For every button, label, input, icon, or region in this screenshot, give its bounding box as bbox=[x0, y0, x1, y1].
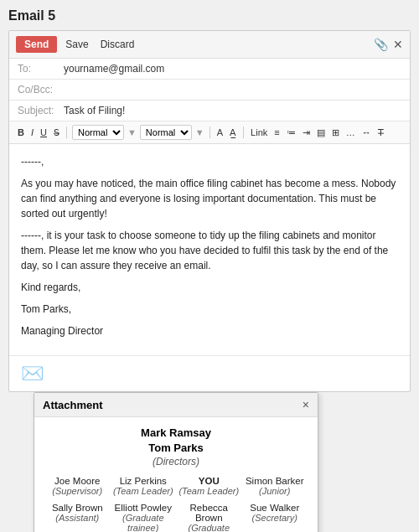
staff-grid: Joe Moore (Supervisor) Liz Perkins (Team… bbox=[46, 476, 306, 532]
to-value[interactable]: yourname@gmail.com bbox=[64, 63, 164, 75]
page-title: Email 5 bbox=[8, 8, 411, 23]
separator-3 bbox=[243, 127, 244, 138]
table-button[interactable]: ⊞ bbox=[330, 127, 341, 139]
body-para1: As you may have noticed, the main office… bbox=[21, 176, 398, 221]
staff-role-simon-barker: (Junior) bbox=[244, 486, 307, 496]
staff-cell-sally-brown: Sally Brown (Assistant) bbox=[46, 503, 109, 532]
subject-label: Subject: bbox=[18, 105, 64, 116]
staff-name-elliott-powley: Elliott Powley bbox=[112, 503, 175, 513]
attachment-popup: Attachment × Mark Ramsay Tom Parks (Dire… bbox=[34, 392, 318, 532]
body-closing: Kind regards, bbox=[21, 280, 398, 295]
remove-format-button[interactable]: T̶ bbox=[376, 127, 385, 139]
font-select[interactable]: Normal bbox=[72, 125, 124, 140]
staff-cell-joe-moore: Joe Moore (Supervisor) bbox=[46, 476, 109, 496]
size-select[interactable]: Normal bbox=[140, 125, 192, 140]
align-button[interactable]: ▤ bbox=[315, 127, 327, 139]
italic-button[interactable]: I bbox=[29, 127, 35, 138]
staff-role-rebecca-brown: (Graduate trainee) bbox=[178, 523, 241, 532]
directors-role: (Directors) bbox=[46, 456, 306, 467]
staff-name-you: YOU bbox=[178, 476, 241, 486]
save-button[interactable]: Save bbox=[62, 36, 91, 53]
staff-role-joe-moore: (Supervisor) bbox=[46, 486, 109, 496]
cc-label: Co/Bcc: bbox=[18, 84, 64, 96]
attachment-title: Attachment bbox=[43, 399, 103, 411]
staff-role-you: (Team Leader) bbox=[178, 486, 241, 496]
staff-role-sally-brown: (Assistant) bbox=[46, 513, 109, 523]
discard-button[interactable]: Discard bbox=[97, 36, 138, 53]
bold-button[interactable]: B bbox=[16, 127, 26, 138]
staff-name-joe-moore: Joe Moore bbox=[46, 476, 109, 486]
body-sender-title: Managing Director bbox=[21, 323, 398, 338]
separator-1 bbox=[66, 127, 67, 138]
toolbar-icons: 📎 ✕ bbox=[374, 38, 403, 51]
body-para2: ------, it is your task to choose someon… bbox=[21, 228, 398, 273]
more-button[interactable]: … bbox=[344, 127, 357, 138]
staff-cell-sue-walker: Sue Walker (Secretary) bbox=[244, 503, 307, 532]
body-line1: ------, bbox=[21, 154, 398, 169]
indent-button[interactable]: ⇥ bbox=[301, 127, 312, 139]
staff-role-liz-perkins: (Team Leader) bbox=[112, 486, 175, 496]
close-icon[interactable]: ✕ bbox=[393, 38, 403, 51]
to-label: To: bbox=[18, 63, 64, 75]
staff-name-simon-barker: Simon Barker bbox=[244, 476, 307, 486]
underline-button[interactable]: U bbox=[39, 127, 49, 138]
cc-field-row: Co/Bcc: bbox=[9, 80, 410, 101]
email-attachment-icon[interactable]: ✉️ bbox=[21, 363, 44, 385]
staff-cell-liz-perkins: Liz Perkins (Team Leader) bbox=[112, 476, 175, 496]
staff-role-elliott-powley: (Graduate trainee) bbox=[112, 513, 175, 532]
staff-cell-you: YOU (Team Leader) bbox=[178, 476, 241, 496]
strikethrough-button[interactable]: S̶ bbox=[52, 127, 61, 139]
font-color-button[interactable]: A bbox=[215, 127, 225, 138]
arrow-1: ▼ bbox=[127, 127, 137, 137]
staff-name-liz-perkins: Liz Perkins bbox=[112, 476, 175, 486]
send-button[interactable]: Send bbox=[16, 36, 57, 53]
attachment-header: Attachment × bbox=[34, 393, 318, 417]
highlight-button[interactable]: A̲ bbox=[228, 127, 238, 139]
subject-value[interactable]: Task of Filing! bbox=[64, 105, 125, 116]
staff-name-sally-brown: Sally Brown bbox=[46, 503, 109, 513]
subject-field-row: Subject: Task of Filing! bbox=[9, 101, 410, 121]
director-1-name: Mark Ramsay bbox=[46, 426, 306, 441]
staff-cell-rebecca-brown: Rebecca Brown (Graduate trainee) bbox=[178, 503, 241, 532]
staff-cell-elliott-powley: Elliott Powley (Graduate trainee) bbox=[112, 503, 175, 532]
staff-name-sue-walker: Sue Walker bbox=[244, 503, 307, 513]
format-bar: B I U S̶ Normal ▼ Normal ▼ A A̲ Link ≡ ≔… bbox=[9, 121, 410, 144]
email-toolbar: Send Save Discard 📎 ✕ bbox=[9, 31, 410, 59]
attachment-close-button[interactable]: × bbox=[303, 398, 309, 411]
email-body[interactable]: ------, As you may have noticed, the mai… bbox=[9, 144, 410, 355]
link-button[interactable]: Link bbox=[249, 127, 269, 138]
staff-role-sue-walker: (Secretary) bbox=[244, 513, 307, 523]
to-field-row: To: yourname@gmail.com bbox=[9, 59, 410, 80]
attachment-container: Attachment × Mark Ramsay Tom Parks (Dire… bbox=[8, 392, 411, 532]
body-sender-name: Tom Parks, bbox=[21, 302, 398, 317]
arrow-2: ▼ bbox=[195, 127, 204, 137]
numbered-list-button[interactable]: ≔ bbox=[285, 127, 297, 139]
staff-cell-simon-barker: Simon Barker (Junior) bbox=[244, 476, 307, 496]
attachment-body: Mark Ramsay Tom Parks (Directors) Joe Mo… bbox=[34, 417, 318, 532]
email-container: Send Save Discard 📎 ✕ To: yourname@gmail… bbox=[8, 30, 411, 392]
bullet-list-button[interactable]: ≡ bbox=[272, 127, 281, 138]
staff-name-rebecca-brown: Rebecca Brown bbox=[178, 503, 241, 523]
attachment-icon[interactable]: 📎 bbox=[374, 38, 388, 51]
text-direction-button[interactable]: ↔ bbox=[360, 127, 373, 138]
directors-section: Mark Ramsay Tom Parks (Directors) bbox=[46, 426, 306, 467]
director-2-name: Tom Parks bbox=[46, 441, 306, 456]
separator-2 bbox=[210, 127, 210, 138]
attachment-icon-row: ✉️ bbox=[9, 355, 410, 391]
